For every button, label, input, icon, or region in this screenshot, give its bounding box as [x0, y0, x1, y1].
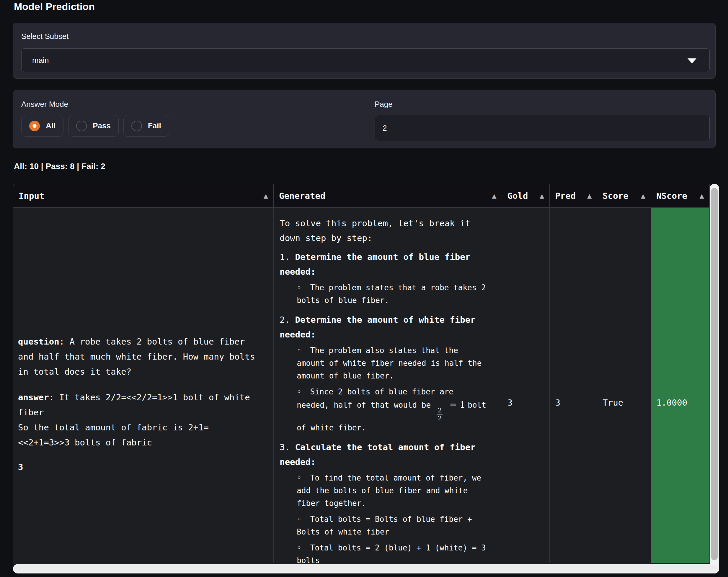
table-horizontal-scrollbar[interactable]	[13, 564, 719, 574]
answer-mode-label: Answer Mode	[21, 100, 68, 109]
radio-unselected-icon	[131, 121, 142, 131]
radio-option-fail[interactable]: Fail	[123, 115, 169, 137]
app-root: Model Prediction Select Subset main Answ…	[0, 0, 728, 577]
column-header-score[interactable]: Score ▲	[597, 184, 651, 208]
answer-mode-radio-group: All Pass Fail	[21, 115, 169, 137]
table-row: question: A robe takes 2 bolts of blue f…	[13, 208, 709, 564]
subset-select[interactable]: main	[21, 48, 710, 72]
bullet-icon: ◦	[297, 346, 310, 355]
horizontal-scrollbar-thumb[interactable]	[14, 565, 718, 572]
cell-nscore: 1.0000	[651, 208, 709, 564]
column-header-generated[interactable]: Generated ▲	[274, 184, 502, 208]
subset-panel: Select Subset main	[13, 23, 716, 79]
bullet-icon: ◦	[297, 473, 310, 482]
page-label: Page	[374, 100, 393, 109]
table-header-row: Input ▲ Generated ▲ Gold ▲ Pred ▲ Score	[13, 184, 709, 208]
table-cells: Input ▲ Generated ▲ Gold ▲ Pred ▲ Score	[13, 184, 710, 564]
bullet-icon: ◦	[297, 543, 310, 552]
generated-bullet-fraction: ◦Since 2 bolts of blue fiber are needed,…	[280, 386, 487, 434]
subset-selected-value: main	[22, 56, 49, 65]
status-counts: All: 10 | Pass: 8 | Fail: 2	[14, 162, 105, 171]
generated-step-3: 3. Calculate the total amount of fiber n…	[280, 440, 487, 469]
generated-step-1: 1. Determine the amount of blue fiber ne…	[280, 250, 487, 279]
bullet-icon: ◦	[297, 387, 310, 396]
page-title: Model Prediction	[14, 0, 95, 13]
cell-pred: 3	[550, 208, 597, 564]
sort-ascending-icon[interactable]: ▲	[260, 192, 268, 199]
sort-ascending-icon[interactable]: ▲	[583, 192, 592, 199]
cell-gold: 3	[502, 208, 550, 564]
results-table: Input ▲ Generated ▲ Gold ▲ Pred ▲ Score	[13, 184, 719, 575]
generated-bullet: ◦Total bolts = 2 (blue) + 1 (white) = 3 …	[280, 542, 487, 564]
cell-generated: To solve this problem, let's break it do…	[274, 208, 502, 564]
sort-ascending-icon[interactable]: ▲	[696, 192, 704, 199]
column-header-nscore[interactable]: NScore ▲	[651, 184, 709, 208]
sort-ascending-icon[interactable]: ▲	[536, 192, 544, 199]
generated-text: To solve this problem, let's break it do…	[280, 216, 487, 564]
cell-input: question: A robe takes 2 bolts of blue f…	[13, 208, 274, 564]
bullet-icon: ◦	[297, 515, 310, 524]
radio-option-pass[interactable]: Pass	[68, 115, 119, 137]
table-vertical-scrollbar[interactable]	[710, 184, 719, 574]
bullet-icon: ◦	[297, 283, 310, 292]
input-text: question: A robe takes 2 bolts of blue f…	[18, 334, 258, 475]
generated-bullet: ◦The problem states that a robe takes 2 …	[280, 281, 487, 307]
subset-label: Select Subset	[21, 32, 69, 41]
sort-ascending-icon[interactable]: ▲	[637, 192, 645, 199]
column-header-pred[interactable]: Pred ▲	[550, 184, 597, 208]
answer-mode-panel: Answer Mode All Pass Fail Page 2	[13, 90, 716, 148]
column-header-gold[interactable]: Gold ▲	[502, 184, 550, 208]
cell-score: True	[597, 208, 651, 564]
fraction-expression: 22	[437, 407, 443, 421]
radio-option-all[interactable]: All	[21, 115, 63, 137]
generated-bullet: ◦Total bolts = Bolts of blue fiber + Bol…	[280, 513, 487, 538]
generated-bullet: ◦To find the total amount of fiber, we a…	[280, 472, 487, 510]
column-header-input[interactable]: Input ▲	[13, 184, 274, 208]
radio-unselected-icon	[76, 121, 87, 131]
final-answer: 3	[18, 462, 23, 472]
sort-ascending-icon[interactable]: ▲	[488, 192, 496, 199]
chevron-down-icon	[687, 58, 696, 63]
page-input[interactable]: 2	[374, 115, 710, 141]
generated-step-2: 2. Determine the amount of white fiber n…	[280, 312, 487, 342]
page-input-value: 2	[375, 123, 387, 133]
radio-selected-icon	[29, 121, 40, 131]
vertical-scrollbar-thumb[interactable]	[711, 188, 718, 560]
generated-bullet: ◦The problem also states that the amount…	[280, 344, 487, 382]
